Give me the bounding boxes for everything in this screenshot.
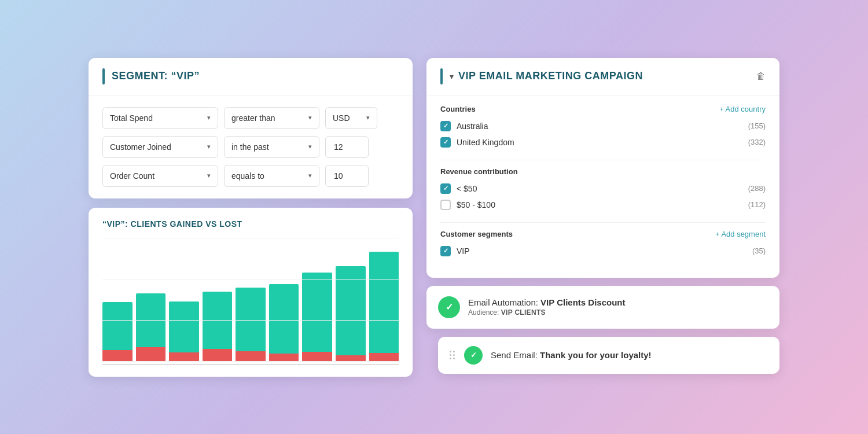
campaign-header: ▾ VIP EMAIL MARKETING CAMPAIGN 🗑 — [426, 58, 779, 95]
bar-lost — [102, 350, 133, 362]
campaign-card: ▾ VIP EMAIL MARKETING CAMPAIGN 🗑 Countri… — [426, 58, 779, 278]
field-select-3[interactable]: Order Count ▾ — [102, 165, 218, 187]
revenue-row-1: ✓ < $50 (288) — [440, 181, 766, 197]
automation-prefix: Email Automation: — [468, 297, 540, 307]
operator-select-1[interactable]: greater than ▾ — [224, 107, 319, 129]
bar-gained — [203, 292, 233, 349]
filter-row-2: Customer Joined ▾ in the past ▾ 12 — [102, 136, 399, 158]
filter-row-1: Total Spend ▾ greater than ▾ USD ▾ — [102, 107, 399, 129]
bar-lost — [203, 349, 233, 362]
bar-gained — [369, 252, 399, 354]
segment-row-vip: ✓ VIP (35) — [440, 243, 766, 259]
bar-lost — [369, 353, 399, 361]
checkbox-vip[interactable]: ✓ — [440, 246, 451, 256]
field-select-2[interactable]: Customer Joined ▾ — [102, 136, 218, 158]
segments-section: Customer segments + Add segment ✓ VIP (3… — [440, 230, 766, 259]
chart-title: “VIP”: CLIENTS GAINED VS LOST — [102, 219, 399, 229]
unit-select-1[interactable]: USD ▾ — [325, 107, 377, 129]
checkbox-australia[interactable]: ✓ — [440, 121, 451, 131]
chevron-down-icon: ▾ — [207, 114, 211, 122]
country-name-uk: United Kingdom — [457, 138, 514, 147]
bar-group — [336, 238, 366, 362]
chevron-down-icon: ▾ — [308, 114, 312, 122]
audience-value: VIP CLIENTS — [501, 308, 546, 317]
trash-icon[interactable]: 🗑 — [756, 71, 766, 82]
checkbox-revenue-1[interactable]: ✓ — [440, 183, 451, 194]
checkbox-uk[interactable]: ✓ — [440, 137, 451, 148]
bar-lost — [169, 352, 199, 361]
check-icon: ✓ — [443, 247, 448, 255]
bar-lost — [236, 351, 266, 362]
segment-header: SEGMENT: “VIP” — [89, 58, 413, 95]
campaign-body: Countries + Add country ✓ Australia (155… — [426, 95, 779, 278]
segments-header-row: Customer segments + Add segment — [440, 230, 766, 238]
bar-lost — [336, 355, 366, 362]
country-row-australia: ✓ Australia (155) — [440, 118, 766, 134]
revenue-row-2: $50 - $100 (112) — [440, 197, 766, 213]
left-panel: SEGMENT: “VIP” Total Spend ▾ greater tha… — [89, 58, 413, 377]
divider-1 — [440, 160, 766, 160]
add-segment-link[interactable]: + Add segment — [715, 230, 766, 238]
bar-group — [169, 238, 199, 362]
check-icon: ✓ — [443, 122, 448, 130]
operator-select-3[interactable]: equals to ▾ — [224, 165, 319, 187]
chevron-down-icon: ▾ — [450, 72, 454, 81]
field-select-1[interactable]: Total Spend ▾ — [102, 107, 218, 129]
segment-name-vip: VIP — [457, 247, 470, 256]
revenue-section: Revenue contribution ✓ < $50 (288) — [440, 167, 766, 213]
send-email-check-circle: ✓ — [464, 346, 483, 365]
chevron-down-icon: ▾ — [308, 172, 312, 179]
automation-name: VIP Clients Discount — [540, 297, 625, 307]
country-count-uk: (332) — [748, 138, 766, 146]
filter-row-3: Order Count ▾ equals to ▾ 10 — [102, 165, 399, 187]
country-name-australia: Australia — [457, 122, 488, 131]
bar-lost — [302, 352, 332, 361]
bar-gained — [302, 273, 332, 352]
bar-gained — [136, 293, 166, 347]
audience-label: Audience: — [468, 308, 501, 317]
value-input-3[interactable]: 10 — [325, 165, 369, 187]
revenue-count-1: (288) — [748, 184, 766, 193]
chevron-down-icon: ▾ — [207, 172, 211, 179]
countries-label: Countries — [440, 105, 476, 113]
send-email-message: Thank you for your loyalty! — [540, 350, 652, 360]
bar-group — [102, 238, 133, 362]
checkbox-revenue-2[interactable] — [440, 200, 451, 210]
chevron-down-icon: ▾ — [207, 143, 211, 150]
revenue-count-2: (112) — [748, 200, 766, 209]
automation-subtitle: Audience: VIP CLIENTS — [468, 308, 625, 317]
segment-title: SEGMENT: “VIP” — [112, 70, 200, 82]
check-icon: ✓ — [443, 138, 448, 146]
chart-card: “VIP”: CLIENTS GAINED VS LOST — [89, 208, 413, 377]
bar-group — [302, 238, 332, 362]
divider-2 — [440, 222, 766, 223]
campaign-header-bar — [440, 68, 443, 84]
segment-filters: Total Spend ▾ greater than ▾ USD ▾ — [89, 95, 413, 198]
bar-gained — [336, 266, 366, 355]
bar-lost — [269, 354, 299, 361]
send-email-card: ✓ Send Email: Thank you for your loyalty… — [438, 337, 779, 374]
bar-gained — [102, 302, 133, 350]
check-icon: ✓ — [470, 351, 477, 359]
bar-gained — [169, 301, 199, 352]
send-email-row: ✓ Send Email: Thank you for your loyalty… — [450, 346, 768, 365]
bar-gained — [269, 284, 299, 354]
check-icon: ✓ — [443, 185, 448, 192]
drag-handle[interactable] — [450, 351, 455, 359]
bar-group — [136, 238, 166, 362]
automation-row: ✓ Email Automation: VIP Clients Discount… — [438, 296, 768, 318]
countries-header-row: Countries + Add country — [440, 105, 766, 113]
operator-select-2[interactable]: in the past ▾ — [224, 136, 319, 158]
segment-card: SEGMENT: “VIP” Total Spend ▾ greater tha… — [89, 58, 413, 198]
add-country-link[interactable]: + Add country — [719, 105, 766, 113]
check-icon: ✓ — [446, 301, 453, 312]
country-count-australia: (155) — [748, 122, 766, 130]
bar-group — [236, 238, 266, 362]
automation-card: ✓ Email Automation: VIP Clients Discount… — [426, 286, 779, 329]
revenue-name-2: $50 - $100 — [457, 200, 495, 209]
automation-text-block: Email Automation: VIP Clients Discount A… — [468, 297, 625, 317]
value-input-2[interactable]: 12 — [325, 136, 369, 158]
chevron-down-icon: ▾ — [366, 114, 370, 122]
revenue-name-1: < $50 — [457, 184, 477, 193]
revenue-header-row: Revenue contribution — [440, 167, 766, 176]
